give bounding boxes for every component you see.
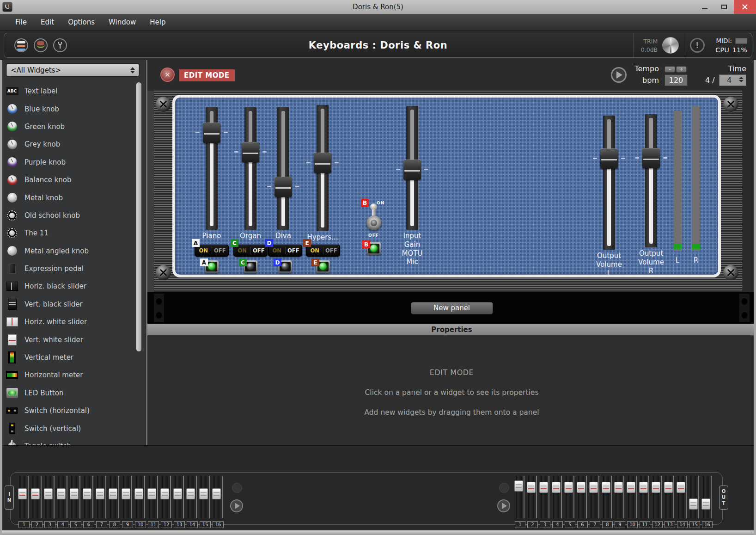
midi-out-channel[interactable] — [639, 476, 651, 518]
widget-list-item[interactable]: ABCText label — [0, 82, 146, 100]
midi-in-channel[interactable] — [199, 476, 212, 518]
midi-out-channel[interactable] — [576, 476, 589, 518]
midi-out-channel[interactable] — [614, 476, 626, 518]
channel-handle[interactable] — [639, 482, 648, 493]
widget-list-item[interactable]: Toggle switch — [0, 437, 146, 445]
midi-out-channel[interactable] — [626, 476, 639, 518]
channel-handle[interactable] — [614, 482, 623, 493]
widget-list-item[interactable]: Vert. black slider — [0, 295, 146, 313]
channel-handle[interactable] — [44, 488, 53, 499]
bpm-value-field[interactable]: 120 — [665, 74, 688, 86]
channel-handle[interactable] — [31, 488, 40, 499]
channel-handle[interactable] — [664, 482, 673, 493]
channel-handle[interactable] — [689, 498, 698, 510]
channel-handle[interactable] — [212, 488, 221, 499]
midi-out-channel[interactable] — [514, 476, 526, 518]
menu-help[interactable]: Help — [143, 14, 172, 30]
widget-list-item[interactable]: Vertical meter — [0, 349, 146, 366]
on-off-switch-hypers[interactable]: ONOFF — [306, 245, 340, 257]
channel-handle[interactable] — [199, 488, 208, 499]
tuner-icon[interactable] — [53, 38, 67, 52]
fader-output-volume-r[interactable]: Output Volume R — [634, 114, 669, 247]
fader-handle[interactable] — [203, 123, 220, 143]
menu-options[interactable]: Options — [61, 14, 102, 30]
widget-list-item[interactable]: Expression pedal — [0, 260, 146, 277]
widget-list-item[interactable]: Switch (horizontal) — [0, 402, 146, 419]
play-button[interactable] — [611, 67, 627, 83]
properties-header[interactable]: Properties — [147, 324, 756, 336]
widget-list-item[interactable]: Old school knob — [0, 207, 146, 224]
tempo-increase-button[interactable]: + — [676, 66, 687, 73]
midi-out-channel[interactable] — [651, 476, 664, 518]
widget-list-item[interactable]: Green knob — [0, 118, 146, 135]
midi-in-channel[interactable] — [108, 476, 121, 518]
widget-list-item[interactable]: Balance knob — [0, 171, 146, 189]
midi-in-channel[interactable] — [160, 476, 173, 518]
midi-out-channel[interactable] — [689, 476, 701, 518]
fader-handle[interactable] — [242, 142, 259, 162]
midi-in-channel[interactable] — [30, 476, 43, 518]
channel-handle[interactable] — [147, 488, 156, 499]
time-signature-denominator-spinner[interactable]: 4 — [719, 74, 746, 86]
midi-in-channel[interactable] — [186, 476, 199, 518]
channel-handle[interactable] — [57, 488, 66, 499]
channel-handle[interactable] — [677, 482, 685, 493]
channel-handle[interactable] — [552, 482, 561, 493]
channel-handle[interactable] — [173, 488, 182, 499]
channel-handle[interactable] — [109, 488, 117, 499]
widget-list-item[interactable]: Vert. white slider — [0, 331, 146, 348]
midi-out-channel[interactable] — [551, 476, 564, 518]
fader-handle[interactable] — [274, 177, 292, 197]
fader-diva[interactable]: Diva — [266, 107, 301, 230]
midi-out-channel[interactable] — [676, 476, 689, 518]
fader-handle[interactable] — [642, 148, 660, 168]
midi-out-channel[interactable] — [701, 476, 713, 518]
channel-handle[interactable] — [539, 482, 548, 493]
midi-in-channel[interactable] — [147, 476, 160, 518]
bridge-play-button-left[interactable] — [230, 499, 243, 512]
fader-output-volume-l[interactable]: Output Volume L — [591, 116, 627, 250]
close-button[interactable] — [734, 0, 756, 14]
channel-handle[interactable] — [589, 482, 598, 493]
midi-out-channel[interactable] — [601, 476, 614, 518]
channel-handle[interactable] — [134, 488, 143, 499]
widget-list-item[interactable]: The 11 — [0, 224, 146, 242]
channel-handle[interactable] — [564, 482, 573, 493]
midi-out-channel[interactable] — [664, 476, 676, 518]
channel-handle[interactable] — [83, 488, 91, 499]
panic-icon[interactable]: ! — [690, 38, 705, 53]
channel-handle[interactable] — [18, 488, 27, 499]
titlebar[interactable]: Doris & Ron(5) — [0, 0, 756, 14]
channel-handle[interactable] — [527, 482, 536, 493]
channel-handle[interactable] — [514, 480, 523, 492]
fader-handle[interactable] — [403, 160, 421, 180]
fader-handle[interactable] — [314, 153, 331, 173]
midi-in-channel[interactable] — [95, 476, 108, 518]
fader-hypers[interactable]: Hypers... — [305, 105, 340, 231]
rack-panel-surface[interactable]: PianoOrganDivaHypers...Input Gain MOTU M… — [172, 95, 721, 277]
midi-out-channel[interactable] — [526, 476, 539, 518]
edit-mode-icon[interactable]: ✕ — [160, 68, 175, 82]
rack-view-icon[interactable] — [14, 38, 28, 52]
channel-handle[interactable] — [652, 482, 660, 493]
midi-in-channel[interactable] — [56, 476, 69, 518]
sidebar-scrollbar[interactable] — [136, 82, 141, 351]
channel-handle[interactable] — [577, 482, 585, 493]
menu-file[interactable]: File — [8, 14, 34, 30]
widget-list-item[interactable]: Metal knob — [0, 189, 146, 206]
fader-piano[interactable]: Piano — [194, 107, 229, 230]
menu-edit[interactable]: Edit — [34, 14, 61, 30]
widget-list-item[interactable]: Metal angled knob — [0, 242, 146, 260]
maximize-button[interactable] — [714, 0, 734, 14]
fader-input-gain[interactable]: Input Gain MOTU Mic — [395, 106, 430, 230]
fader-handle[interactable] — [600, 148, 618, 169]
midi-in-channel[interactable] — [69, 476, 82, 518]
midi-in-channel[interactable] — [18, 476, 30, 518]
midi-in-channel[interactable] — [173, 476, 186, 518]
widget-list-item[interactable]: Horiz. black slider — [0, 277, 146, 295]
on-off-switch-diva[interactable]: ONOFF — [268, 245, 302, 257]
toggle-switch[interactable]: BONOFFB — [357, 197, 390, 257]
channel-handle[interactable] — [70, 488, 79, 499]
midi-in-channel[interactable] — [212, 476, 225, 518]
widget-list-item[interactable]: Blue knob — [0, 100, 146, 117]
